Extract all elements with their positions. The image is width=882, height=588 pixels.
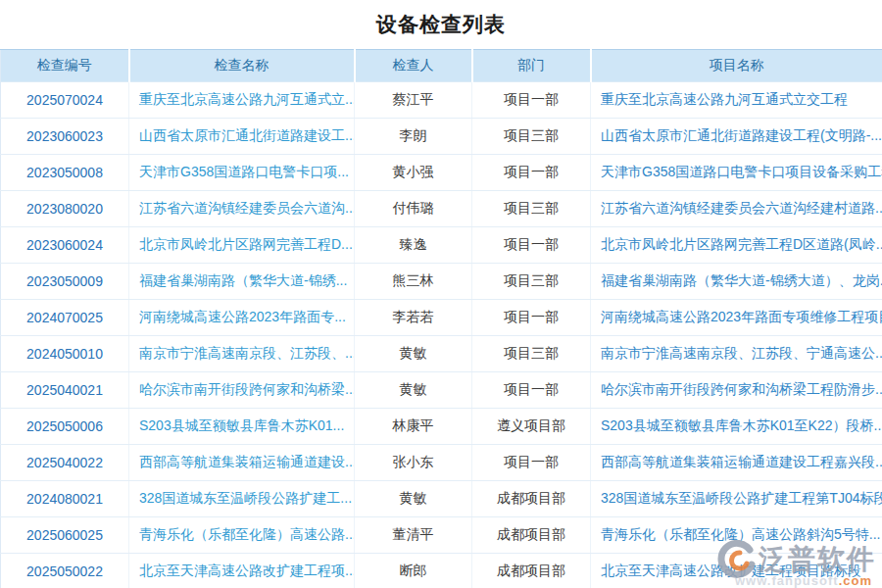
inspection-name-link[interactable]: 西部高等航道集装箱运输通道建设... xyxy=(139,454,355,469)
inspection-id-link[interactable]: 2025040022 xyxy=(26,455,103,470)
project-name-link[interactable]: 北京至天津高速公路改扩建工程项目路标段 xyxy=(601,563,861,578)
inspector-name: 黄小强 xyxy=(393,164,434,179)
inspector-name: 熊三林 xyxy=(393,272,434,288)
inspection-name-link[interactable]: 南京市宁淮高速南京段、江苏段、... xyxy=(139,345,355,361)
table-row: 2025040022西部高等航道集装箱运输通道建设...张小东项目一部西部高等航… xyxy=(1,445,882,481)
inspection-id-link[interactable]: 2024080021 xyxy=(26,491,103,507)
project-name-link[interactable]: 南京市宁淮高速南京段、江苏段、宁通高速公... xyxy=(601,345,882,361)
table-row: 2023050009福建省巢湖南路（繁华大道-锦绣...熊三林项目三部福建省巢湖… xyxy=(1,264,882,300)
department-name: 成都项目部 xyxy=(497,490,565,506)
table-row: 2025060025青海乐化（乐都至化隆）高速公路...董清平成都项目部青海乐化… xyxy=(1,517,882,554)
inspector-name: 林康平 xyxy=(393,417,434,433)
inspection-name-link[interactable]: 天津市G358国道路口电警卡口项... xyxy=(139,164,349,179)
inspection-name-link[interactable]: 328国道城东至温峤段公路扩建工... xyxy=(139,490,352,506)
project-name-link[interactable]: 西部高等航道集装箱运输通道建设工程嘉兴段... xyxy=(601,454,882,469)
inspector-name: 付伟璐 xyxy=(393,200,434,216)
inspector-name: 蔡江平 xyxy=(393,91,434,107)
inspection-name-link[interactable]: 山西省太原市汇通北街道路建设工... xyxy=(139,127,355,143)
table-row: 2025050022北京至天津高速公路改扩建工程项...断郎成都项目部北京至天津… xyxy=(1,554,882,588)
inspection-name-link[interactable]: 北京市凤岭北片区路网完善工程D... xyxy=(139,236,353,252)
department-name: 项目三部 xyxy=(504,272,559,288)
inspection-id-link[interactable]: 2023050008 xyxy=(26,165,103,180)
inspection-name-link[interactable]: 福建省巢湖南路（繁华大道-锦绣... xyxy=(139,272,347,288)
header-inspector: 检查人 xyxy=(355,50,472,82)
inspection-name-link[interactable]: 青海乐化（乐都至化隆）高速公路... xyxy=(139,526,355,542)
table-body: 2025070024重庆至北京高速公路九河互通式立...蔡江平项目一部重庆至北京… xyxy=(1,82,882,588)
table-row: 2025070024重庆至北京高速公路九河互通式立...蔡江平项目一部重庆至北京… xyxy=(1,82,882,119)
inspector-name: 张小东 xyxy=(393,454,434,469)
table-header: 检查编号 检查名称 检查人 部门 项目名称 xyxy=(1,50,882,82)
inspector-name: 臻逸 xyxy=(400,236,427,252)
inspection-id-link[interactable]: 2025050022 xyxy=(26,564,103,579)
department-name: 项目一部 xyxy=(504,236,559,252)
project-name-link[interactable]: 哈尔滨市南开街段跨何家和沟桥梁工程防滑步... xyxy=(601,381,882,397)
department-name: 成都项目部 xyxy=(497,526,565,542)
inspection-id-link[interactable]: 2023060024 xyxy=(26,237,103,253)
header-project-name: 项目名称 xyxy=(591,50,882,82)
inspector-name: 董清平 xyxy=(393,526,434,542)
table-row: 2024080021328国道城东至温峤段公路扩建工...黄敏成都项目部328国… xyxy=(1,481,882,517)
department-name: 项目三部 xyxy=(504,345,559,361)
inspection-id-link[interactable]: 2025040021 xyxy=(26,382,103,398)
department-name: 项目一部 xyxy=(504,164,559,179)
inspection-name-link[interactable]: 重庆至北京高速公路九河互通式立... xyxy=(139,91,355,107)
header-department: 部门 xyxy=(472,50,591,82)
inspection-id-link[interactable]: 2025050006 xyxy=(26,418,103,434)
project-name-link[interactable]: 河南绕城高速公路2023年路面专项维修工程项目 xyxy=(601,309,882,324)
department-name: 遵义项目部 xyxy=(497,417,565,433)
inspection-id-link[interactable]: 2023060023 xyxy=(26,128,103,144)
inspection-id-link[interactable]: 2023050009 xyxy=(26,273,103,289)
department-name: 项目一部 xyxy=(504,309,559,324)
project-name-link[interactable]: 北京市凤岭北片区路网完善工程D区道路(凤岭... xyxy=(601,236,882,252)
inspector-name: 黄敏 xyxy=(400,490,427,506)
inspection-id-link[interactable]: 2023080020 xyxy=(26,201,103,217)
department-name: 成都项目部 xyxy=(497,563,565,578)
department-name: 项目一部 xyxy=(504,381,559,397)
table-row: 2024050010南京市宁淮高速南京段、江苏段、...黄敏项目三部南京市宁淮高… xyxy=(1,336,882,372)
department-name: 项目一部 xyxy=(504,454,559,469)
inspector-name: 李若若 xyxy=(393,309,434,324)
inspection-name-link[interactable]: S203县城至额敏县库鲁木苏K01... xyxy=(139,417,344,433)
project-name-link[interactable]: 山西省太原市汇通北街道路建设工程(文明路-... xyxy=(601,127,882,143)
inspection-name-link[interactable]: 哈尔滨市南开街段跨何家和沟桥梁... xyxy=(139,381,355,397)
table-row: 2025040021哈尔滨市南开街段跨何家和沟桥梁...黄敏项目一部哈尔滨市南开… xyxy=(1,372,882,409)
header-inspection-id: 检查编号 xyxy=(1,50,129,82)
inspection-name-link[interactable]: 河南绕城高速公路2023年路面专... xyxy=(139,309,346,324)
inspector-name: 李朗 xyxy=(400,127,427,143)
table-row: 2023080020江苏省六道沟镇经建委员会六道沟...付伟璐项目三部江苏省六道… xyxy=(1,191,882,227)
department-name: 项目一部 xyxy=(504,91,559,107)
inspection-id-link[interactable]: 2024050010 xyxy=(26,346,103,362)
table-row: 2023060023山西省太原市汇通北街道路建设工...李朗项目三部山西省太原市… xyxy=(1,119,882,155)
inspector-name: 断郎 xyxy=(400,563,427,578)
project-name-link[interactable]: 福建省巢湖南路（繁华大道-锦绣大道）、龙岗... xyxy=(601,272,882,288)
inspection-name-link[interactable]: 北京至天津高速公路改扩建工程项... xyxy=(139,563,355,578)
project-name-link[interactable]: 重庆至北京高速公路九河互通式立交工程 xyxy=(601,91,848,107)
inspection-name-link[interactable]: 江苏省六道沟镇经建委员会六道沟... xyxy=(139,200,355,216)
header-inspection-name: 检查名称 xyxy=(129,50,355,82)
table-row: 2024070025河南绕城高速公路2023年路面专...李若若项目一部河南绕城… xyxy=(1,300,882,336)
department-name: 项目三部 xyxy=(504,200,559,216)
project-name-link[interactable]: 江苏省六道沟镇经建委员会六道沟经建村道路... xyxy=(601,200,882,216)
table-row: 2025050006S203县城至额敏县库鲁木苏K01...林康平遵义项目部S2… xyxy=(1,409,882,445)
inspection-table: 检查编号 检查名称 检查人 部门 项目名称 2025070024重庆至北京高速公… xyxy=(0,49,882,588)
project-name-link[interactable]: 天津市G358国道路口电警卡口项目设备采购工程 xyxy=(601,164,882,179)
project-name-link[interactable]: 青海乐化（乐都至化隆）高速公路斜沟5号特... xyxy=(601,526,880,542)
inspection-id-link[interactable]: 2024070025 xyxy=(26,310,103,325)
inspection-id-link[interactable]: 2025070024 xyxy=(26,92,103,108)
project-name-link[interactable]: 328国道城东至温峤段公路扩建工程第TJ04标段 xyxy=(601,490,882,506)
table-row: 2023060024北京市凤岭北片区路网完善工程D...臻逸项目一部北京市凤岭北… xyxy=(1,227,882,264)
inspection-id-link[interactable]: 2025060025 xyxy=(26,527,103,543)
project-name-link[interactable]: S203县城至额敏县库鲁木苏K01至K22）段桥... xyxy=(601,417,882,433)
inspector-name: 黄敏 xyxy=(400,345,427,361)
page-title: 设备检查列表 xyxy=(0,0,882,49)
inspector-name: 黄敏 xyxy=(400,381,427,397)
table-row: 2023050008天津市G358国道路口电警卡口项...黄小强项目一部天津市G… xyxy=(1,155,882,191)
department-name: 项目三部 xyxy=(504,127,559,143)
